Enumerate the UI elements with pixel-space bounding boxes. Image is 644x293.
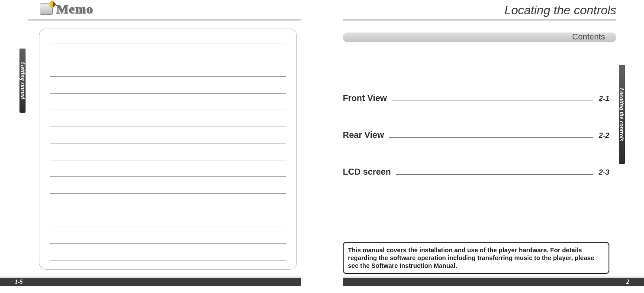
left-page: Memo Getting started 1-5: [0, 0, 322, 293]
toc-page: 2-1: [595, 94, 609, 103]
side-tab-right: Locating the controls: [618, 65, 626, 164]
toc-leader: [389, 137, 593, 138]
memo-line: [50, 160, 286, 160]
toc-label: Rear View: [343, 130, 387, 140]
toc-row: Rear View2-2: [343, 130, 609, 140]
memo-header: Memo: [40, 2, 93, 16]
memo-line: [50, 60, 286, 60]
page-number-right: 2: [626, 278, 630, 286]
memo-line: [50, 193, 286, 194]
memo-line: [50, 210, 286, 210]
table-of-contents: Front View2-1Rear View2-2LCD screen2-3: [343, 93, 609, 204]
right-page: Locating the controls Contents Locating …: [322, 0, 644, 293]
memo-line: [50, 143, 286, 143]
side-tab-left: Getting started: [18, 49, 26, 113]
toc-row: LCD screen2-3: [343, 167, 609, 177]
header-rule-right: [343, 19, 616, 21]
memo-line: [50, 110, 286, 110]
memo-line: [50, 243, 286, 244]
toc-label: Front View: [343, 93, 390, 103]
page-spread: Memo Getting started 1-5 Locating the co…: [0, 0, 644, 293]
memo-notepad-icon: [40, 3, 53, 15]
toc-page: 2-2: [595, 131, 609, 140]
footer-bar-right: [343, 277, 644, 286]
toc-leader: [396, 174, 593, 175]
memo-line: [50, 176, 286, 177]
side-tab-right-label: Locating the controls: [618, 88, 625, 141]
memo-title: Memo: [56, 2, 93, 16]
contents-label: Contents: [572, 32, 605, 42]
toc-page: 2-3: [595, 168, 609, 177]
notice-box: This manual covers the installation and …: [343, 242, 609, 274]
memo-line: [50, 93, 286, 94]
toc-leader: [392, 101, 594, 101]
memo-line: [50, 260, 286, 260]
side-tab-left-label: Getting started: [19, 62, 26, 99]
memo-card: [39, 29, 297, 270]
memo-lines: [50, 43, 286, 260]
footer-bar-left: [0, 277, 301, 286]
header-rule: [28, 19, 301, 21]
chapter-title: Locating the controls: [505, 3, 616, 17]
page-number-left: 1-5: [15, 279, 23, 286]
memo-line: [50, 43, 286, 43]
memo-line: [50, 76, 286, 77]
toc-row: Front View2-1: [343, 93, 609, 103]
memo-line: [50, 127, 286, 127]
toc-label: LCD screen: [343, 167, 394, 177]
memo-line: [50, 227, 286, 227]
